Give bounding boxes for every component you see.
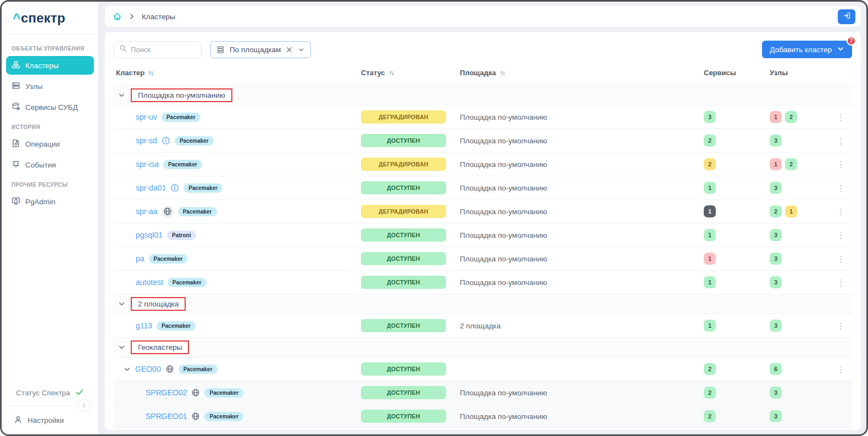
cluster-name-cell: SPRGEO02 Pacemaker: [114, 388, 361, 398]
status-badge: ДОСТУПЕН: [361, 181, 446, 194]
sidebar-item-db-services[interactable]: Сервисы СУБД: [6, 98, 94, 116]
services-cell: 1: [704, 253, 770, 265]
count-badge: 3: [770, 229, 782, 241]
cluster-link[interactable]: SPRGEO01: [146, 412, 187, 421]
count-badge: 3: [770, 320, 782, 332]
status-badge: ДЕГРАДИРОВАН: [361, 110, 446, 124]
cluster-link[interactable]: pgsql01: [136, 231, 163, 239]
count-badge: 1: [704, 229, 716, 241]
group-label: 2 площадка: [131, 297, 186, 311]
sidebar-nav: ОБЪЕКТЫ УПРАВЛЕНИЯ Кластеры Узлы Сервисы…: [2, 35, 98, 380]
row-menu-kebab-icon[interactable]: ⋮: [834, 182, 848, 194]
chevron-down-icon: [837, 45, 844, 54]
login-button[interactable]: [838, 9, 855, 24]
row-menu-kebab-icon[interactable]: ⋮: [834, 111, 848, 124]
cluster-row: spr-da01 Pacemaker ДОСТУПЕН Площадка по-…: [114, 176, 852, 200]
group-by-filter[interactable]: По площадкам: [210, 41, 311, 58]
info-icon[interactable]: [170, 183, 179, 192]
row-menu-kebab-icon[interactable]: ⋮: [834, 253, 848, 265]
status-cell: ДОСТУПЕН: [361, 276, 460, 289]
status-badge: ДОСТУПЕН: [361, 386, 446, 399]
cluster-link[interactable]: spr-isa: [136, 160, 159, 169]
agent-badge: Pacemaker: [175, 136, 214, 146]
cluster-link[interactable]: spr-aa: [136, 207, 158, 216]
column-header-cluster[interactable]: Кластер: [114, 69, 361, 77]
cluster-link[interactable]: spr-da01: [136, 183, 166, 192]
info-icon[interactable]: [162, 136, 170, 145]
group-collapse-chevron-icon[interactable]: [118, 300, 125, 308]
search-input[interactable]: [131, 46, 196, 54]
cluster-link[interactable]: GEO00: [135, 365, 161, 373]
actions-cell: ⋮: [834, 253, 852, 265]
row-expand-chevron-icon[interactable]: [124, 366, 131, 373]
row-menu-kebab-icon[interactable]: ⋮: [834, 320, 848, 332]
breadcrumb: Кластеры: [113, 12, 175, 21]
logo-caret: ^: [13, 10, 20, 26]
column-label: Статус: [361, 69, 385, 77]
topbar: Кластеры: [105, 6, 861, 27]
sort-icon[interactable]: [148, 70, 154, 76]
sort-icon[interactable]: [388, 70, 395, 76]
group-collapse-chevron-icon[interactable]: [118, 92, 125, 99]
cluster-link[interactable]: autotest: [136, 278, 163, 287]
cluster-link[interactable]: g113: [136, 321, 152, 330]
cluster-link[interactable]: SPRGEO02: [146, 388, 187, 397]
row-menu-kebab-icon[interactable]: ⋮: [834, 135, 848, 147]
site-cell: Площадка по-умолчанию: [460, 184, 704, 192]
column-header-site[interactable]: Площадка: [460, 69, 704, 77]
sidebar-item-clusters[interactable]: Кластеры: [6, 56, 94, 75]
row-menu-kebab-icon[interactable]: ⋮: [834, 229, 848, 242]
sidebar-item-label: Кластеры: [25, 62, 59, 70]
site-cell: Площадка по-умолчанию: [460, 389, 704, 397]
row-menu-kebab-icon[interactable]: ⋮: [834, 276, 848, 289]
nodes-cell: 12: [770, 111, 834, 123]
column-header-services: Сервисы: [704, 69, 770, 77]
nav-section-label: ПРОЧИЕ РЕСУРСЫ: [12, 182, 88, 188]
site-cell: Площадка по-умолчанию: [460, 278, 704, 287]
operations-icon: [12, 139, 20, 149]
sidebar-item-operations[interactable]: Операции: [6, 135, 94, 153]
home-icon[interactable]: [113, 12, 122, 21]
cluster-link[interactable]: spr-uv: [136, 113, 157, 121]
count-badge: 3: [770, 182, 782, 194]
logo-text: спектр: [21, 10, 65, 26]
status-cell: ДОСТУПЕН: [361, 252, 460, 265]
site-cell: Площадка по-умолчанию: [460, 160, 704, 169]
count-badge: 1: [704, 182, 716, 194]
status-cell: ДЕГРАДИРОВАН: [361, 205, 460, 218]
agent-badge: Pacemaker: [178, 207, 217, 216]
row-menu-kebab-icon[interactable]: ⋮: [834, 205, 848, 218]
agent-badge: Pacemaker: [162, 113, 201, 122]
cluster-link[interactable]: spr-sd: [136, 136, 157, 145]
count-badge: 3: [770, 276, 782, 288]
count-badge: 3: [770, 410, 782, 422]
count-badge: 1: [704, 276, 716, 288]
sidebar-item-label: Узлы: [25, 82, 42, 91]
cluster-row: SPRGEO02 Pacemaker ДОСТУПЕН Площадка по-…: [114, 381, 852, 405]
count-badge: 3: [770, 135, 782, 147]
sidebar-item-pgadmin[interactable]: PgAdmin: [6, 192, 94, 211]
group-row: Площадка по-умолчанию: [114, 86, 852, 105]
cluster-row: autotest Pacemaker ДОСТУПЕН Площадка по-…: [114, 271, 852, 294]
collapse-sidebar-button[interactable]: [78, 399, 91, 412]
nav-section-label: ИСТОРИЯ: [12, 124, 88, 130]
row-menu-kebab-icon[interactable]: ⋮: [834, 158, 848, 171]
column-header-status[interactable]: Статус: [361, 69, 460, 77]
cluster-link[interactable]: pa: [136, 254, 144, 263]
clear-filter-icon[interactable]: [286, 46, 293, 53]
breadcrumb-page[interactable]: Кластеры: [142, 13, 175, 21]
nodes-cell: 3: [770, 135, 834, 147]
status-badge: ДЕГРАДИРОВАН: [361, 158, 446, 171]
row-menu-kebab-icon[interactable]: ⋮: [834, 363, 848, 376]
site-cell: Площадка по-умолчанию: [460, 255, 704, 263]
sort-icon[interactable]: [499, 70, 506, 76]
count-badge: 3: [770, 253, 782, 265]
search-box: [114, 41, 202, 58]
sidebar-item-nodes[interactable]: Узлы: [6, 77, 94, 96]
chevron-down-icon[interactable]: [298, 46, 305, 53]
group-collapse-chevron-icon[interactable]: [118, 344, 125, 351]
nodes-cell: 3: [770, 410, 834, 422]
add-cluster-button[interactable]: Добавить кластер 7: [762, 41, 852, 58]
site-cell: Площадка по-умолчанию: [460, 231, 704, 239]
sidebar-item-events[interactable]: События: [6, 155, 94, 174]
